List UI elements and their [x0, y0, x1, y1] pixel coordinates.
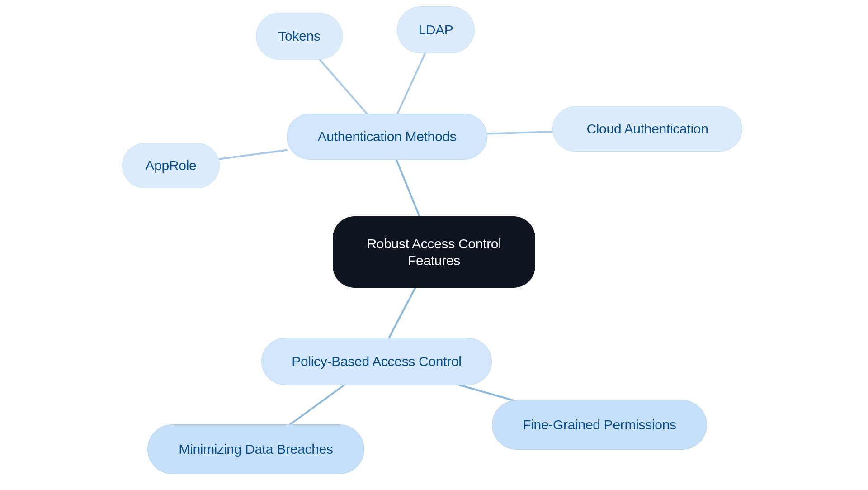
node-fine-grained-permissions: Fine-Grained Permissions: [492, 400, 707, 450]
node-policy-label: Policy-Based Access Control: [292, 354, 461, 369]
node-minim-label: Minimizing Data Breaches: [179, 442, 333, 457]
node-approle-label: AppRole: [146, 158, 197, 173]
svg-line-6: [290, 385, 344, 424]
node-cloud-label: Cloud Authentication: [586, 121, 708, 137]
node-authentication-methods: Authentication Methods: [287, 114, 487, 160]
svg-line-7: [459, 385, 512, 400]
node-cloud-authentication: Cloud Authentication: [552, 106, 742, 152]
node-ldap-label: LDAP: [418, 22, 453, 38]
node-approle: AppRole: [122, 143, 220, 188]
node-perms-label: Fine-Grained Permissions: [523, 417, 676, 433]
node-tokens: Tokens: [256, 13, 343, 60]
node-center-label: Robust Access Control Features: [349, 235, 519, 269]
svg-line-3: [397, 53, 425, 114]
node-policy-based-access-control: Policy-Based Access Control: [261, 338, 492, 385]
svg-line-5: [220, 150, 287, 159]
node-tokens-label: Tokens: [278, 29, 320, 44]
svg-line-2: [320, 60, 367, 114]
node-minimizing-data-breaches: Minimizing Data Breaches: [147, 424, 364, 474]
node-center: Robust Access Control Features: [333, 216, 535, 288]
svg-line-1: [389, 288, 415, 338]
diagram-canvas: Robust Access Control Features Authentic…: [0, 0, 868, 490]
svg-line-0: [396, 160, 420, 216]
svg-line-4: [487, 132, 552, 133]
node-ldap: LDAP: [397, 6, 475, 53]
node-auth-label: Authentication Methods: [318, 129, 457, 144]
